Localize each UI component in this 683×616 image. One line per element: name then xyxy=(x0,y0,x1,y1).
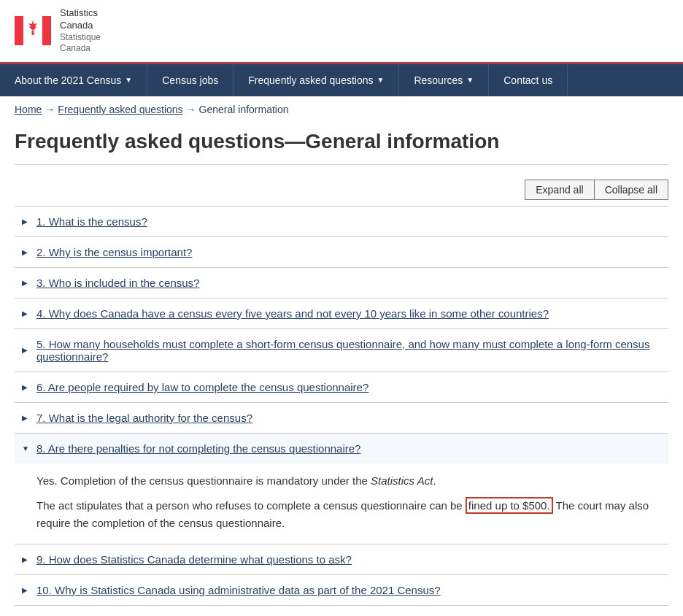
faq-toggle-3[interactable]: ▶ 3. Who is included in the census? xyxy=(15,268,668,298)
nav-resources-label: Resources xyxy=(414,74,463,86)
faq-question-7: 7. What is the legal authority for the c… xyxy=(36,412,252,424)
title-fr: Statistique Canada xyxy=(60,32,101,55)
faq-item-4: ▶ 4. Why does Canada have a census every… xyxy=(15,299,668,329)
nav-jobs-label: Census jobs xyxy=(162,74,218,86)
faq-arrow-8: ▼ xyxy=(22,444,31,453)
faq-question-9: 9. How does Statistics Canada determine … xyxy=(36,553,352,566)
faq-arrow-1: ▶ xyxy=(22,217,31,226)
faq-arrow-6: ▶ xyxy=(22,383,31,391)
site-header: Statistics Canada Statistique Canada xyxy=(0,0,683,64)
faq-toggle-11[interactable]: ▶ 11. What administrative data sources w… xyxy=(15,606,668,616)
faq-question-8: 8. Are there penalties for not completin… xyxy=(36,442,360,455)
nav-jobs[interactable]: Census jobs xyxy=(147,64,234,96)
faq-question-5: 5. How many households must complete a s… xyxy=(36,338,661,363)
faq-8-text-after-italic: . xyxy=(433,474,436,487)
nav-faq[interactable]: Frequently asked questions ▼ xyxy=(234,64,399,96)
logo-container: Statistics Canada Statistique Canada xyxy=(15,7,101,55)
faq-item-10: ▶ 10. Why is Statistics Canada using adm… xyxy=(15,575,668,606)
faq-question-10: 10. Why is Statistics Canada using admin… xyxy=(36,584,441,596)
svg-rect-3 xyxy=(32,31,34,35)
faq-question-6: 6. Are people required by law to complet… xyxy=(36,381,368,393)
faq-toggle-4[interactable]: ▶ 4. Why does Canada have a census every… xyxy=(15,299,668,328)
faq-8-text-before-italic: Yes. Completion of the census questionna… xyxy=(36,474,371,487)
expand-collapse-bar: Expand all Collapse all xyxy=(15,180,668,200)
svg-rect-2 xyxy=(42,16,51,45)
faq-item-8: ▼ 8. Are there penalties for not complet… xyxy=(15,434,668,544)
collapse-all-button[interactable]: Collapse all xyxy=(594,180,668,200)
faq-toggle-6[interactable]: ▶ 6. Are people required by law to compl… xyxy=(15,372,668,402)
faq-8-p2-before: The act stipulates that a person who ref… xyxy=(36,499,466,512)
page-title: Frequently asked questions—General infor… xyxy=(15,130,668,165)
faq-item-7: ▶ 7. What is the legal authority for the… xyxy=(15,403,668,434)
nav-about[interactable]: About the 2021 Census ▼ xyxy=(0,64,147,96)
main-nav: About the 2021 Census ▼ Census jobs Freq… xyxy=(0,64,683,96)
faq-arrow-5: ▶ xyxy=(22,346,31,354)
faq-arrow-2: ▶ xyxy=(22,248,31,256)
faq-item-9: ▶ 9. How does Statistics Canada determin… xyxy=(15,544,668,575)
faq-arrow-7: ▶ xyxy=(22,414,31,422)
breadcrumb-current: General information xyxy=(199,104,289,115)
nav-contact-label: Contact us xyxy=(503,74,552,86)
faq-8-paragraph-1: Yes. Completion of the census questionna… xyxy=(36,472,654,490)
breadcrumb-arrow-1: → xyxy=(45,104,55,115)
title-en: Statistics Canada xyxy=(60,7,101,32)
breadcrumb-arrow-2: → xyxy=(186,104,196,115)
faq-toggle-2[interactable]: ▶ 2. Why is the census important? xyxy=(15,237,668,267)
faq-arrow-4: ▶ xyxy=(22,309,31,317)
faq-arrow-9: ▶ xyxy=(22,555,31,563)
canada-flag-icon xyxy=(15,16,51,45)
faq-toggle-9[interactable]: ▶ 9. How does Statistics Canada determin… xyxy=(15,544,668,574)
nav-about-chevron: ▼ xyxy=(125,76,132,84)
faq-toggle-5[interactable]: ▶ 5. How many households must complete a… xyxy=(15,329,668,371)
faq-list: ▶ 1. What is the census? ▶ 2. Why is the… xyxy=(15,206,668,616)
nav-faq-label: Frequently asked questions xyxy=(248,74,373,86)
nav-faq-chevron: ▼ xyxy=(377,76,385,84)
faq-8-italic: Statistics Act xyxy=(371,474,433,487)
faq-question-2: 2. Why is the census important? xyxy=(36,246,192,258)
faq-item-11: ▶ 11. What administrative data sources w… xyxy=(15,606,668,616)
faq-arrow-10: ▶ xyxy=(22,586,31,594)
faq-8-highlight: fined up to $500. xyxy=(466,497,553,514)
site-title: Statistics Canada Statistique Canada xyxy=(60,7,101,55)
faq-toggle-7[interactable]: ▶ 7. What is the legal authority for the… xyxy=(15,403,668,433)
expand-all-button[interactable]: Expand all xyxy=(525,180,593,200)
faq-item-1: ▶ 1. What is the census? xyxy=(15,207,668,237)
main-content: Frequently asked questions—General infor… xyxy=(0,123,683,616)
nav-resources[interactable]: Resources ▼ xyxy=(399,64,489,96)
faq-toggle-8[interactable]: ▼ 8. Are there penalties for not complet… xyxy=(15,434,668,463)
breadcrumb: Home → Frequently asked questions → Gene… xyxy=(0,96,683,123)
breadcrumb-faq[interactable]: Frequently asked questions xyxy=(58,104,182,115)
faq-item-3: ▶ 3. Who is included in the census? xyxy=(15,268,668,299)
faq-content-8: Yes. Completion of the census questionna… xyxy=(15,463,668,544)
faq-question-3: 3. Who is included in the census? xyxy=(36,277,199,289)
breadcrumb-home[interactable]: Home xyxy=(15,104,42,115)
faq-item-6: ▶ 6. Are people required by law to compl… xyxy=(15,372,668,403)
nav-about-label: About the 2021 Census xyxy=(15,74,121,86)
faq-toggle-1[interactable]: ▶ 1. What is the census? xyxy=(15,207,668,236)
nav-contact[interactable]: Contact us xyxy=(489,64,568,96)
faq-question-4: 4. Why does Canada have a census every f… xyxy=(36,307,549,320)
faq-question-1: 1. What is the census? xyxy=(36,215,147,228)
faq-arrow-3: ▶ xyxy=(22,279,31,287)
faq-8-paragraph-2: The act stipulates that a person who ref… xyxy=(36,497,654,532)
faq-toggle-10[interactable]: ▶ 10. Why is Statistics Canada using adm… xyxy=(15,575,668,605)
nav-resources-chevron: ▼ xyxy=(466,76,474,84)
faq-item-2: ▶ 2. Why is the census important? xyxy=(15,237,668,268)
svg-rect-0 xyxy=(15,16,23,45)
faq-item-5: ▶ 5. How many households must complete a… xyxy=(15,329,668,372)
